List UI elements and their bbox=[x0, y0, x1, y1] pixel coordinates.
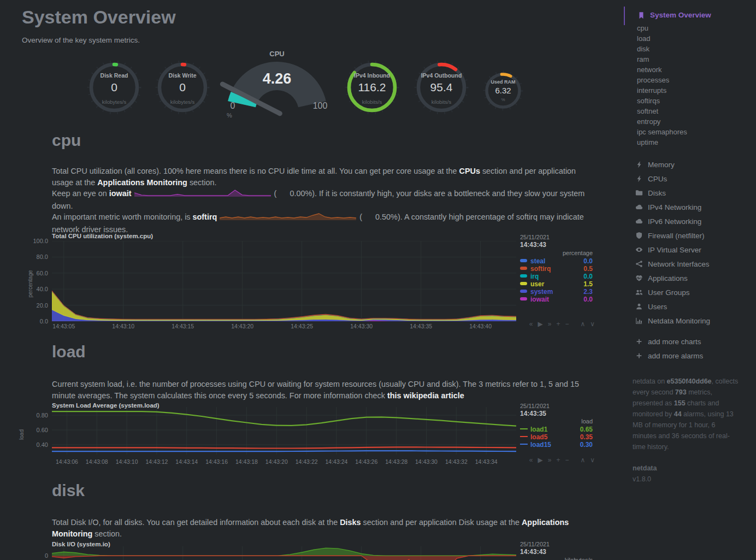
x-tick-label: 14:43:10 bbox=[112, 323, 134, 329]
sidebar-anchor-uptime[interactable]: uptime bbox=[637, 138, 756, 149]
legend-row-steal[interactable]: steal0.0 bbox=[520, 257, 593, 264]
sidebar-section-users[interactable]: Users bbox=[635, 299, 756, 314]
load-legend-date: 25/11/2021 bbox=[520, 403, 550, 409]
inline-link[interactable]: Disks bbox=[340, 518, 361, 527]
sidebar-section-label: Network Interfaces bbox=[648, 260, 710, 268]
sidebar-section-user-groups[interactable]: User Groups bbox=[635, 285, 756, 299]
play-icon[interactable]: ▶ bbox=[538, 320, 542, 328]
y-tick-label: 0.80 bbox=[22, 412, 48, 418]
legend-row-irq[interactable]: irq0.0 bbox=[520, 273, 593, 280]
sidebar-section-ipv4-networking[interactable]: IPv4 Networking bbox=[635, 200, 756, 214]
skip-backward-icon[interactable]: « bbox=[529, 320, 533, 328]
sidebar-section-disks[interactable]: Disks bbox=[635, 186, 756, 200]
gauge-ipv4-outbound[interactable]: IPv4 Outbound95.4kilobits/s bbox=[414, 60, 469, 115]
netdata-version: v1.8.0 bbox=[633, 475, 756, 483]
sidebar-anchor-interrupts[interactable]: interrupts bbox=[637, 86, 756, 97]
sidebar-anchor-softirqs[interactable]: softirqs bbox=[637, 97, 756, 107]
sidebar-info-fragment: e5350f40dd6e bbox=[667, 378, 712, 385]
sidebar-anchor-network[interactable]: network bbox=[637, 66, 756, 76]
legend-row-load5[interactable]: load50.35 bbox=[520, 433, 593, 440]
sidebar-section-netdata-monitoring[interactable]: Netdata Monitoring bbox=[635, 314, 756, 328]
x-tick-label: 14:43:34 bbox=[475, 458, 498, 465]
resize-down-icon[interactable]: ∨ bbox=[590, 320, 595, 328]
cpu-gauge-min: 0 bbox=[231, 101, 235, 111]
sidebar-anchor-processes[interactable]: processes bbox=[637, 76, 756, 86]
load-plot-area[interactable] bbox=[52, 407, 516, 455]
sidebar-section-network-interfaces[interactable]: Network Interfaces bbox=[635, 257, 756, 271]
disk-plot-area[interactable] bbox=[52, 546, 516, 560]
text: ( 0.00%). If it is constantly high, your… bbox=[52, 189, 584, 210]
sidebar-action-add-more-charts[interactable]: add more charts bbox=[635, 334, 756, 349]
skip-forward-icon[interactable]: » bbox=[548, 320, 552, 328]
sidebar-section-ipv6-networking[interactable]: IPv6 Networking bbox=[635, 214, 756, 228]
x-tick-label: 14:43:28 bbox=[385, 458, 407, 465]
sidebar-anchor-load[interactable]: load bbox=[637, 34, 756, 45]
zoom-in-icon[interactable]: + bbox=[556, 456, 560, 464]
gauge-ipv4-inbound[interactable]: IPv4 Inbound116.2kilobits/s bbox=[345, 60, 399, 115]
sidebar-section-firewall-netfilter-[interactable]: Firewall (netfilter) bbox=[635, 228, 756, 243]
skip-forward-icon[interactable]: » bbox=[548, 456, 552, 464]
legend-row-load15[interactable]: load150.30 bbox=[520, 441, 593, 448]
zoom-out-icon[interactable]: − bbox=[565, 456, 569, 464]
sidebar-section-label: IPv4 Networking bbox=[648, 203, 701, 211]
text-line: Total CPU utilization (all cores). 100% … bbox=[52, 166, 599, 188]
sidebar-section-applications[interactable]: Applications bbox=[635, 271, 756, 285]
sidebar-section-label: IPv6 Networking bbox=[648, 217, 701, 226]
gauge-disk-write[interactable]: Disk Write0kilobytes/s bbox=[155, 60, 210, 115]
gauge-disk-read[interactable]: Disk Read0kilobytes/s bbox=[87, 60, 141, 115]
sidebar-anchor-ram[interactable]: ram bbox=[637, 55, 756, 66]
x-tick-label: 14:43:26 bbox=[355, 458, 377, 465]
inline-link[interactable]: CPUs bbox=[459, 167, 480, 175]
x-tick-label: 14:43:16 bbox=[205, 458, 228, 465]
inline-link[interactable]: this wikipedia article bbox=[387, 391, 464, 400]
x-tick-label: 14:43:20 bbox=[231, 323, 253, 329]
gauge-cpu[interactable]: CPU4.260100% bbox=[218, 46, 335, 123]
gauge-used-ram[interactable]: Used RAM6.32% bbox=[483, 70, 523, 111]
sidebar-anchor-cpu[interactable]: cpu bbox=[637, 24, 756, 34]
zoom-out-icon[interactable]: − bbox=[565, 320, 569, 328]
y-tick-label: 0 bbox=[22, 552, 48, 559]
inline-link[interactable]: Applications Monitoring bbox=[97, 178, 187, 187]
sidebar-section-cpus[interactable]: CPUs bbox=[635, 172, 756, 186]
zoom-in-icon[interactable]: + bbox=[556, 320, 560, 328]
gauge-value: 6.32 bbox=[483, 86, 523, 95]
legend-series-value: 0.0 bbox=[583, 257, 593, 265]
legend-swatch bbox=[520, 282, 527, 285]
legend-row-softirq[interactable]: softirq0.5 bbox=[520, 265, 593, 272]
legend-row-system[interactable]: system2.3 bbox=[520, 288, 593, 295]
x-tick-label: 14:43:32 bbox=[445, 458, 468, 465]
skip-backward-icon[interactable]: « bbox=[529, 456, 533, 464]
resize-up-icon[interactable]: ∧ bbox=[580, 456, 585, 464]
text: section. bbox=[187, 178, 217, 187]
cpu-section-text: Total CPU utilization (all cores). 100% … bbox=[52, 166, 599, 235]
resize-down-icon[interactable]: ∨ bbox=[590, 456, 595, 464]
text: Keep an eye on bbox=[52, 189, 109, 198]
legend-row-iowait[interactable]: iowait0.0 bbox=[520, 296, 593, 303]
legend-swatch bbox=[520, 274, 527, 278]
legend-row-user[interactable]: user1.5 bbox=[520, 280, 593, 287]
cpu-gauge-value: 4.26 bbox=[263, 70, 292, 87]
cpu-gauge-max: 100 bbox=[313, 101, 328, 111]
sidebar-anchor-softnet[interactable]: softnet bbox=[637, 107, 756, 117]
cpu-plot-area[interactable] bbox=[52, 241, 516, 321]
sidebar-anchor-entropy[interactable]: entropy bbox=[637, 117, 756, 128]
heartbeat-icon bbox=[635, 274, 643, 282]
sidebar-section-ip-virtual-server[interactable]: IP Virtual Server bbox=[635, 243, 756, 257]
sidebar-anchor-disk[interactable]: disk bbox=[637, 45, 756, 55]
legend-row-load1[interactable]: load10.65 bbox=[520, 426, 593, 433]
x-tick-label: 14:43:35 bbox=[410, 323, 432, 329]
resize-up-icon[interactable]: ∧ bbox=[580, 320, 585, 328]
cpu-legend-date: 25/11/2021 bbox=[520, 234, 550, 240]
sidebar-anchor-ipc-semaphores[interactable]: ipc semaphores bbox=[637, 128, 756, 138]
gauge-value: 95.4 bbox=[414, 81, 469, 94]
play-icon[interactable]: ▶ bbox=[538, 456, 542, 464]
iowait-sparkline bbox=[134, 189, 271, 201]
sidebar-action-add-more-alarms[interactable]: add more alarms bbox=[635, 349, 756, 363]
sidebar-section-memory[interactable]: Memory bbox=[635, 157, 756, 172]
text: An important metric worth monitoring, is bbox=[52, 213, 193, 221]
sidebar-action-list: add more chartsadd more alarms bbox=[635, 334, 756, 363]
y-tick-label: 0.40 bbox=[22, 441, 48, 448]
sidebar-item-system-overview[interactable]: System Overview bbox=[637, 11, 756, 19]
legend-swatch bbox=[520, 267, 527, 270]
page-title: System Overview bbox=[22, 7, 176, 28]
